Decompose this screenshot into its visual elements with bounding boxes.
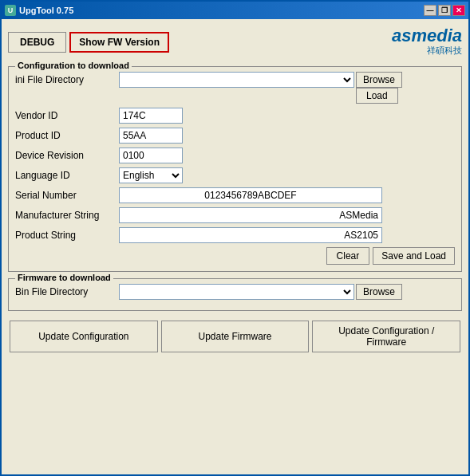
product-string-input[interactable] bbox=[119, 227, 382, 243]
app-icon: U bbox=[5, 5, 16, 16]
close-button[interactable]: ✕ bbox=[452, 5, 465, 16]
config-actions: Clear Save and Load bbox=[15, 247, 455, 265]
device-rev-label: Device Revision bbox=[15, 150, 119, 161]
minimize-button[interactable]: — bbox=[424, 5, 436, 16]
bin-file-label: Bin File Directory bbox=[15, 286, 119, 297]
vendor-id-input[interactable] bbox=[119, 108, 183, 124]
ini-file-label: ini File Directory bbox=[15, 74, 119, 85]
toolbar: DEBUG Show FW Version asmedia 祥碩科技 bbox=[8, 24, 462, 60]
ini-file-row: ini File Directory Browse bbox=[15, 72, 455, 88]
device-rev-input[interactable] bbox=[119, 148, 183, 163]
bottom-buttons: Update Configuration Update Firmware Upd… bbox=[8, 321, 462, 352]
save-and-load-button[interactable]: Save and Load bbox=[373, 247, 455, 265]
bin-file-row: Bin File Directory Browse bbox=[15, 284, 455, 300]
serial-number-row: Serial Number bbox=[15, 187, 455, 203]
product-string-row: Product String bbox=[15, 227, 455, 243]
firmware-group-label: Firmware to download bbox=[15, 273, 113, 282]
main-window: U UpgTool 0.75 — ❐ ✕ DEBUG Show FW Versi… bbox=[0, 0, 470, 476]
update-config-firmware-button[interactable]: Update Configuration / Firmware bbox=[312, 321, 460, 352]
load-button[interactable]: Load bbox=[356, 88, 398, 104]
product-id-label: Product ID bbox=[15, 130, 119, 141]
serial-number-label: Serial Number bbox=[15, 190, 119, 201]
product-id-row: Product ID bbox=[15, 128, 455, 144]
logo-area: asmedia 祥碩科技 bbox=[392, 27, 462, 57]
config-group-label: Configuration to download bbox=[15, 61, 132, 70]
brand-logo: asmedia bbox=[392, 27, 462, 45]
browse-load-row: Load bbox=[15, 88, 455, 104]
lang-id-label: Language ID bbox=[15, 170, 119, 181]
language-select[interactable]: English Chinese Japanese Korean bbox=[119, 167, 183, 183]
show-fw-version-button[interactable]: Show FW Version bbox=[69, 32, 169, 53]
toolbar-buttons: DEBUG Show FW Version bbox=[8, 32, 169, 53]
manufacturer-row: Manufacturer String bbox=[15, 207, 455, 223]
device-rev-row: Device Revision bbox=[15, 148, 455, 163]
vendor-id-label: Vendor ID bbox=[15, 110, 119, 121]
bin-browse-button[interactable]: Browse bbox=[356, 284, 402, 300]
firmware-group: Firmware to download Bin File Directory … bbox=[8, 278, 462, 311]
ini-browse-button[interactable]: Browse bbox=[356, 72, 402, 88]
serial-number-input[interactable] bbox=[119, 187, 382, 203]
vendor-id-row: Vendor ID bbox=[15, 108, 455, 124]
restore-button[interactable]: ❐ bbox=[438, 5, 451, 16]
manufacturer-input[interactable] bbox=[119, 207, 382, 223]
ini-file-combo[interactable] bbox=[119, 72, 354, 88]
brand-sub: 祥碩科技 bbox=[427, 45, 462, 57]
manufacturer-label: Manufacturer String bbox=[15, 210, 119, 221]
main-content: DEBUG Show FW Version asmedia 祥碩科技 Confi… bbox=[2, 19, 468, 474]
lang-id-row: Language ID English Chinese Japanese Kor… bbox=[15, 167, 455, 183]
product-string-label: Product String bbox=[15, 230, 119, 241]
update-config-button[interactable]: Update Configuration bbox=[10, 321, 158, 352]
clear-button[interactable]: Clear bbox=[326, 247, 370, 265]
debug-button[interactable]: DEBUG bbox=[8, 32, 66, 53]
window-title: UpgTool 0.75 bbox=[19, 6, 73, 15]
config-group: Configuration to download ini File Direc… bbox=[8, 66, 462, 272]
title-bar: U UpgTool 0.75 — ❐ ✕ bbox=[2, 2, 468, 19]
title-bar-left: U UpgTool 0.75 bbox=[5, 5, 73, 16]
update-firmware-button[interactable]: Update Firmware bbox=[161, 321, 310, 352]
product-id-input[interactable] bbox=[119, 128, 183, 144]
title-controls: — ❐ ✕ bbox=[424, 5, 465, 16]
bin-file-combo[interactable] bbox=[119, 284, 354, 300]
